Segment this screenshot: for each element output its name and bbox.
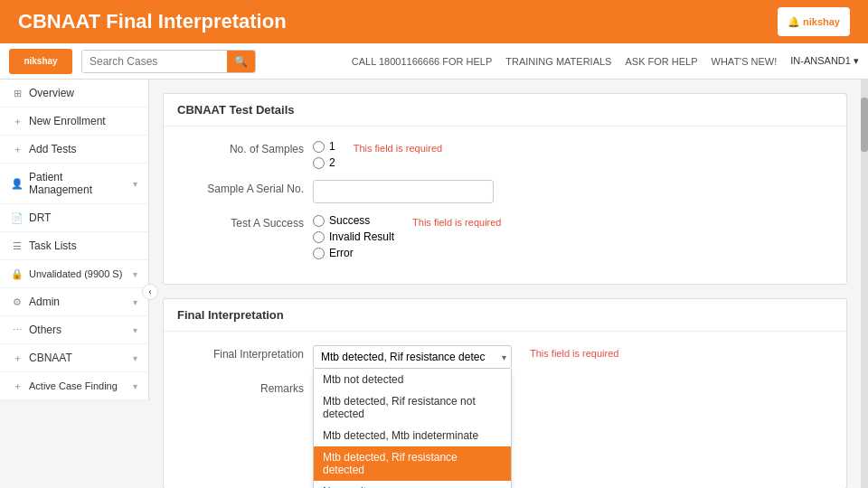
grid-icon: ⊞	[11, 87, 24, 99]
sidebar-item-drt[interactable]: 📄 DRT	[0, 204, 148, 232]
chevron-down-icon-others: ▾	[133, 325, 137, 335]
gear-icon: ⚙	[11, 296, 24, 308]
no-of-samples-label: No. of Samples	[177, 140, 304, 155]
chevron-down-icon-unvalidated: ▾	[133, 269, 137, 279]
final-interpretation-label: Final Interpretation	[177, 345, 304, 361]
page-header: CBNAAT Final Interpretation 🔔 nikshay	[0, 0, 868, 43]
nav-whats-new[interactable]: WHAT'S NEW!	[712, 56, 778, 67]
scrollbar-thumb[interactable]	[861, 98, 868, 152]
test-a-success-row: Test A Success Success Invalid Result Er…	[177, 214, 833, 259]
samples-option-2[interactable]: 2	[313, 156, 335, 169]
final-interpretation-body: Final Interpretation Mtb not detected Mt…	[164, 332, 846, 488]
other-icon: ⋯	[11, 324, 24, 336]
chevron-down-icon-case: ▾	[133, 381, 137, 391]
sidebar-item-others[interactable]: ⋯ Others ▾	[0, 316, 148, 344]
user-menu[interactable]: IN-ANSAND1 ▾	[790, 55, 859, 67]
sidebar-label-patient: Patient Management	[29, 171, 127, 196]
test-a-radio-success[interactable]	[313, 215, 325, 227]
content-area: CBNAAT Test Details No. of Samples 1 2	[149, 80, 861, 488]
nav-training[interactable]: TRAINING MATERIALS	[505, 56, 611, 67]
sidebar-label-unvalidated: Unvalidated (9900 S)	[29, 268, 122, 279]
samples-radio-1[interactable]	[313, 141, 325, 153]
remarks-label: Remarks	[177, 380, 304, 395]
sidebar-item-active-case[interactable]: ＋ Active Case Finding ▾	[0, 372, 148, 400]
lock-icon: 🔒	[11, 267, 24, 280]
sidebar-item-task-lists[interactable]: ☰ Task Lists	[0, 232, 148, 260]
plus-icon-cbnaat: ＋	[11, 352, 24, 364]
chevron-down-icon-cbnaat: ▾	[133, 353, 137, 363]
plus-icon-tests: ＋	[11, 143, 24, 155]
sidebar-label-active-case: Active Case Finding	[29, 380, 118, 391]
dropdown-item-mtb-not[interactable]: Mtb not detected	[314, 369, 511, 390]
test-details-body: No. of Samples 1 2 This field is require…	[164, 127, 846, 284]
doc-icon: 📄	[11, 211, 24, 224]
right-scrollbar[interactable]	[861, 80, 868, 488]
sidebar-label-overview: Overview	[29, 87, 74, 99]
sidebar-label-cbnaat: CBNAAT	[29, 352, 72, 364]
nav-ask[interactable]: ASK FOR HELP	[625, 56, 697, 67]
page-title: CBNAAT Final Interpretation	[18, 10, 287, 33]
chevron-down-icon-admin: ▾	[133, 297, 137, 307]
final-interpretation-control: Mtb not detected Mtb detected, Rif resis…	[313, 345, 512, 369]
sidebar-item-add-tests[interactable]: ＋ Add Tests	[0, 136, 148, 164]
sidebar-item-new-enrollment[interactable]: ＋ New Enrollment	[0, 108, 148, 136]
no-of-samples-row: No. of Samples 1 2 This field is require…	[177, 140, 833, 169]
samples-radio-2[interactable]	[313, 157, 325, 169]
sidebar: ⊞ Overview ＋ New Enrollment ＋ Add Tests …	[0, 80, 149, 400]
sidebar-item-cbnaat[interactable]: ＋ CBNAAT ▾	[0, 344, 148, 372]
sidebar-label-admin: Admin	[29, 296, 60, 308]
chevron-down-icon: ▾	[133, 179, 137, 189]
test-a-required: This field is required	[412, 214, 501, 228]
no-of-samples-control: 1 2	[313, 140, 335, 169]
test-a-success-label: Test A Success	[177, 214, 304, 230]
search-box: 🔍	[81, 50, 256, 73]
sidebar-label-add-tests: Add Tests	[29, 143, 76, 155]
no-of-samples-radio-group: 1 2	[313, 140, 335, 169]
navbar: nikshay 🔍 CALL 18001166666 FOR HELP TRAI…	[0, 43, 868, 80]
test-a-option-error[interactable]: Error	[313, 247, 394, 259]
search-button[interactable]: 🔍	[227, 51, 255, 72]
sidebar-collapse-button[interactable]: ‹	[142, 284, 158, 300]
sidebar-item-overview[interactable]: ⊞ Overview	[0, 80, 148, 108]
final-interpretation-select[interactable]: Mtb not detected Mtb detected, Rif resis…	[313, 345, 512, 369]
dropdown-item-mtb-rif-not[interactable]: Mtb detected, Rif resistance not detecte…	[314, 390, 511, 425]
final-interpretation-select-wrapper: Mtb not detected Mtb detected, Rif resis…	[313, 345, 512, 369]
dropdown-item-mtb-rif-detected[interactable]: Mtb detected, Rif resistance detected	[314, 446, 511, 481]
cbnaat-test-details-section: CBNAAT Test Details No. of Samples 1 2	[163, 93, 847, 285]
test-a-radio-invalid[interactable]	[313, 231, 325, 243]
sidebar-label-drt: DRT	[29, 211, 51, 224]
test-a-option-success[interactable]: Success	[313, 214, 394, 227]
navbar-logo: nikshay	[9, 49, 72, 74]
test-a-radio-error[interactable]	[313, 248, 325, 259]
sidebar-item-unvalidated[interactable]: 🔒 Unvalidated (9900 S) ▾	[0, 260, 148, 288]
dropdown-item-no-result[interactable]: No result	[314, 481, 511, 488]
no-of-samples-required: This field is required	[354, 140, 442, 154]
header-logo-symbol: 🔔	[788, 16, 800, 28]
sidebar-item-patient-management[interactable]: 👤 Patient Management ▾	[0, 164, 148, 204]
sample-serial-label: Sample A Serial No.	[177, 180, 304, 195]
sample-serial-control	[313, 180, 494, 203]
sample-serial-input[interactable]	[313, 180, 494, 203]
sidebar-wrapper: ⊞ Overview ＋ New Enrollment ＋ Add Tests …	[0, 80, 149, 488]
dropdown-list: Mtb not detected Mtb detected, Rif resis…	[313, 369, 512, 488]
test-a-option-invalid[interactable]: Invalid Result	[313, 230, 394, 243]
sidebar-item-admin[interactable]: ⚙ Admin ▾	[0, 288, 148, 316]
samples-option-1[interactable]: 1	[313, 140, 335, 153]
final-interpretation-title: Final Interpretation	[164, 299, 846, 332]
nav-call: CALL 18001166666 FOR HELP	[352, 56, 493, 67]
final-interpretation-row: Final Interpretation Mtb not detected Mt…	[177, 345, 833, 369]
sample-serial-row: Sample A Serial No.	[177, 180, 833, 203]
final-interpretation-section: Final Interpretation Final Interpretatio…	[163, 298, 847, 488]
sidebar-label-enrollment: New Enrollment	[29, 115, 106, 127]
test-a-radio-group: Success Invalid Result Error	[313, 214, 394, 259]
main-layout: ⊞ Overview ＋ New Enrollment ＋ Add Tests …	[0, 80, 868, 488]
search-input[interactable]	[82, 51, 227, 72]
sidebar-label-others: Others	[29, 324, 61, 336]
dropdown-item-mtb-indet[interactable]: Mtb detected, Mtb indeterminate	[314, 425, 511, 446]
person-icon: 👤	[11, 177, 24, 190]
sidebar-label-task-lists: Task Lists	[29, 239, 77, 252]
final-interpretation-required: This field is required	[530, 345, 618, 359]
plus-icon: ＋	[11, 115, 24, 127]
test-details-title: CBNAAT Test Details	[164, 94, 846, 127]
test-a-success-control: Success Invalid Result Error	[313, 214, 394, 259]
